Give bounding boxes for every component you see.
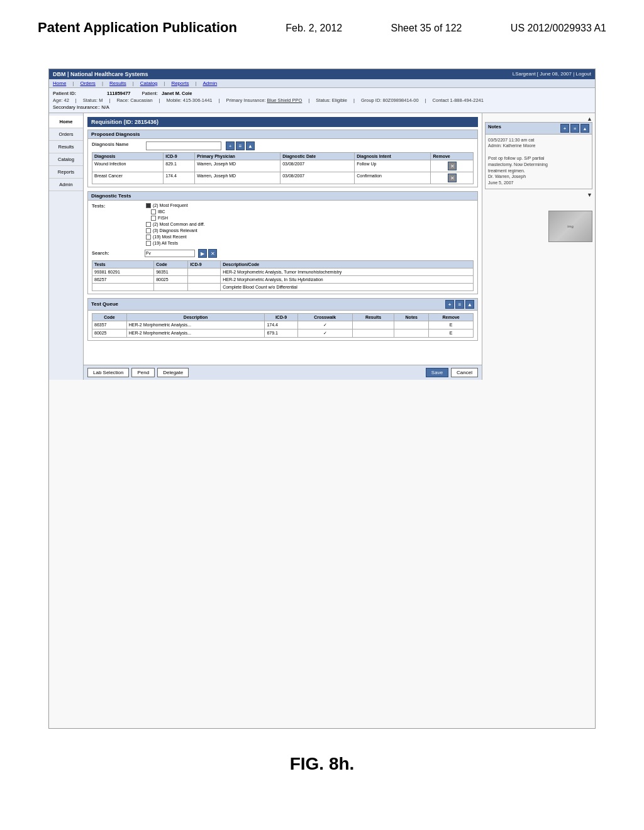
remove-icon[interactable]: ✕ — [448, 162, 457, 170]
test-cell-icd9 — [188, 283, 221, 290]
remove-icon[interactable]: ✕ — [448, 174, 457, 182]
diagnosis-table: Diagnosis ICD-9 Primary Physician Diagno… — [92, 152, 474, 184]
queue-cell-crosswalk: ✓ — [297, 321, 352, 329]
form-top-bar: DBM | National Healthcare Systems LSarge… — [49, 69, 595, 79]
filter-checkbox[interactable] — [146, 241, 151, 246]
nav-catalog[interactable]: Catalog — [140, 80, 158, 86]
diag-col-icd9: ICD-9 — [164, 152, 195, 160]
sep: | — [425, 97, 426, 103]
notes-list-icon[interactable]: ≡ — [570, 124, 579, 133]
nav-sep1: | — [72, 80, 74, 86]
nav-sep3: | — [133, 80, 134, 86]
patient-id-label: Patient ID: — [53, 91, 103, 96]
clear-icon[interactable]: ✕ — [208, 249, 217, 258]
nav-admin[interactable]: Admin — [203, 80, 217, 86]
sidebar-item-catalog[interactable]: Catalog — [49, 153, 83, 166]
sep: | — [75, 97, 77, 103]
diag-cell-remove[interactable]: ✕ — [431, 160, 474, 172]
test-queue-title: Test Queue — [91, 301, 118, 307]
publication-title: Patent Application Publication — [38, 19, 237, 37]
diag-col-diagnosis: Diagnosis — [92, 152, 164, 160]
nav-results[interactable]: Results — [109, 80, 126, 86]
queue-cell-notes — [394, 321, 429, 329]
tests-col-tests: Tests — [92, 260, 154, 268]
left-actions: Lab Selection Pend Delegate — [87, 368, 189, 377]
tests-col-code: Code — [154, 260, 188, 268]
notes-expand-icon[interactable]: ▲ — [580, 124, 589, 133]
sidebar-item-results[interactable]: Results — [49, 141, 83, 153]
proposed-diagnosis-content: Diagnosis Name + ≡ ▲ — [88, 139, 477, 187]
diag-cell-date: 03/08/2007 — [280, 160, 355, 172]
filter-checkbox[interactable] — [151, 209, 156, 214]
insurance-link[interactable]: Blue Shield PPO — [267, 97, 302, 103]
add-icon[interactable]: + — [226, 141, 235, 150]
test-cell-icd9 — [188, 268, 221, 275]
proposed-diagnosis-section: Proposed Diagnosis Diagnosis Name + ≡ ▲ — [87, 130, 478, 187]
patient-status2: Status: Eligible — [316, 97, 347, 103]
sidebar-item-home[interactable]: Home — [49, 116, 83, 128]
filter-checkbox[interactable] — [146, 203, 151, 208]
nav-reports[interactable]: Reports — [171, 80, 189, 86]
add-queue-icon[interactable]: + — [445, 300, 454, 309]
table-row: 99381 60291 98351 HER-2 Morphometric Ana… — [92, 268, 474, 275]
scroll-down-icon[interactable]: ▼ — [485, 192, 592, 198]
sidebar-item-orders[interactable]: Orders — [49, 128, 83, 141]
filter-label: FISH — [158, 216, 168, 220]
notes-add-icon[interactable]: + — [560, 124, 569, 133]
diag-cell-date: 03/08/2007 — [280, 172, 355, 184]
search-input[interactable] — [145, 250, 195, 257]
cancel-button[interactable]: Cancel — [451, 368, 478, 377]
filter-label: (19) Most Recent — [153, 235, 187, 239]
queue-col-icd9: ICD-9 — [265, 313, 297, 321]
test-cell-desc: Complete Blood Count w/o Differential — [221, 283, 474, 290]
queue-col-desc: Description — [126, 313, 265, 321]
scroll-up-icon[interactable]: ▲ — [485, 116, 592, 122]
pend-button[interactable]: Pend — [131, 368, 155, 377]
diag-cell-remove[interactable]: ✕ — [431, 172, 474, 184]
filter-checkbox[interactable] — [146, 228, 151, 233]
patient-race: Race: Caucasian — [116, 97, 152, 103]
filter-label: (2) Most Frequent — [153, 203, 188, 208]
up-icon[interactable]: ▲ — [465, 300, 474, 309]
tests-table: Tests Code ICD-9 Description/Code 99381 … — [92, 260, 474, 291]
diag-cell-intent: Follow Up — [355, 160, 431, 172]
sidebar-item-reports[interactable]: Reports — [49, 166, 83, 179]
queue-cell-remove[interactable]: E — [429, 329, 474, 337]
page-container: Patent Application Publication Feb. 2, 2… — [0, 0, 644, 830]
test-queue-toolbar: + ≡ ▲ — [445, 300, 474, 309]
save-button[interactable]: Save — [426, 368, 448, 377]
fig-label: FIG. 8h. — [290, 754, 355, 773]
table-row: Breast Cancer 174.4 Warren, Joseph MD 03… — [92, 172, 474, 184]
req-label: Requisition (ID: 2815436) — [91, 119, 158, 125]
queue-cell-results — [352, 329, 394, 337]
search-go-icon[interactable]: ▶ — [198, 249, 207, 258]
sidebar-item-admin[interactable]: Admin — [49, 179, 83, 191]
right-actions: Save Cancel — [426, 368, 478, 377]
test-queue-content: Code Description ICD-9 Crosswalk Results… — [88, 311, 477, 340]
list-queue-icon[interactable]: ≡ — [455, 300, 464, 309]
filter-most-frequent: (2) Most Frequent — [146, 203, 205, 208]
filter-label: (3) Diagnosis Relevant — [153, 228, 197, 233]
queue-cell-remove[interactable]: E — [429, 321, 474, 329]
form-body: Home Orders Results Catalog Reports Admi… — [49, 113, 595, 380]
delegate-button[interactable]: Delegate — [157, 368, 189, 377]
nav-home[interactable]: Home — [53, 80, 66, 86]
filter-checkbox[interactable] — [151, 216, 156, 221]
expand-icon[interactable]: ▲ — [246, 141, 255, 150]
search-label: Search: — [92, 250, 142, 256]
system-name: DBM | National Healthcare Systems — [53, 71, 148, 77]
filter-most-recent: (19) Most Recent — [146, 235, 205, 240]
notes-line-1: 03/5/2207 11:30 am cat — [488, 137, 589, 143]
diagnosis-name-input[interactable] — [146, 141, 221, 150]
filter-checkbox[interactable] — [146, 235, 151, 240]
table-row: Complete Blood Count w/o Differential — [92, 283, 474, 290]
sidebar-nav: Home Orders Results Catalog Reports Admi… — [49, 113, 84, 380]
req-header: Requisition (ID: 2815436) — [87, 117, 478, 127]
filter-fish: FISH — [151, 216, 205, 221]
lab-selection-button[interactable]: Lab Selection — [87, 368, 129, 377]
patient-age: Age: 42 — [53, 97, 69, 103]
nav-orders[interactable]: Orders — [80, 80, 95, 86]
filter-checkbox[interactable] — [146, 222, 151, 227]
nav-sep2: | — [102, 80, 103, 86]
list-icon[interactable]: ≡ — [236, 141, 245, 150]
